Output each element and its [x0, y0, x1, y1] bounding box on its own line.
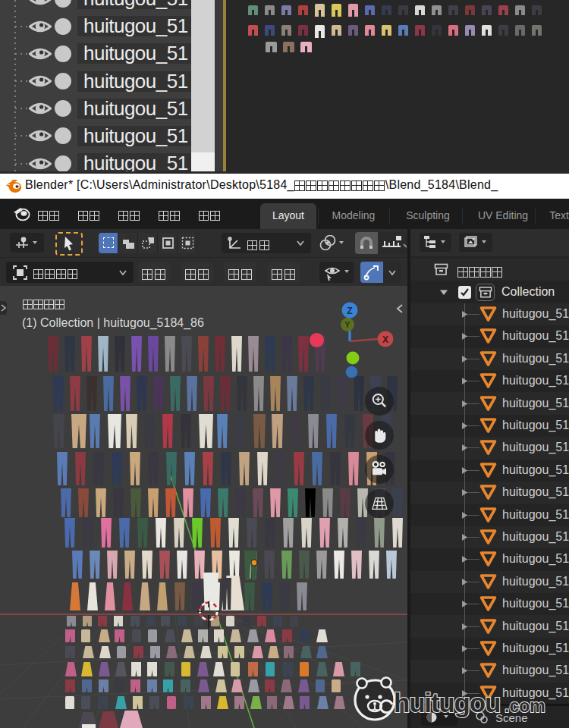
svg-text:huitugou: huitugou	[394, 688, 500, 717]
svg-text:.com: .com	[505, 696, 545, 716]
svg-text:Z: Z	[347, 306, 352, 316]
svg-text:X: X	[382, 334, 388, 345]
svg-text:Y: Y	[344, 320, 351, 329]
